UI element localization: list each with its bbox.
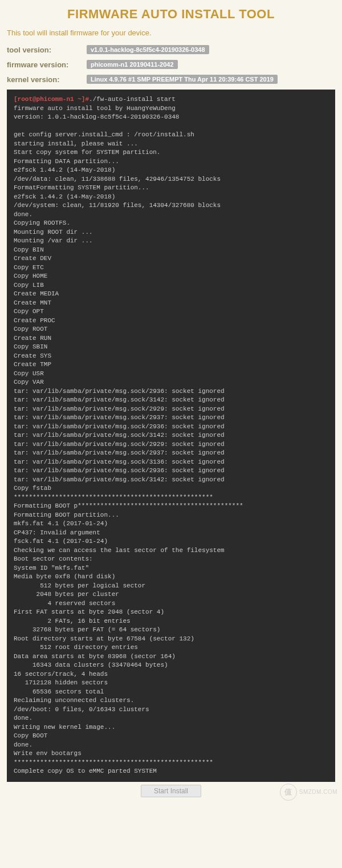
terminal-cmd: ./fw-auto-install start bbox=[89, 96, 176, 103]
start-install-button[interactable]: Start Install bbox=[141, 785, 201, 797]
page-title: FIRMWARE AUTO INSTALL TOOL bbox=[7, 7, 335, 22]
terminal-prompt: [root@phicomm-n1 ~]# bbox=[14, 96, 89, 103]
firmware-version-label: firmware version: bbox=[7, 60, 81, 69]
tool-version-label: tool version: bbox=[7, 46, 81, 54]
firmware-version-value: phicomm-n1 20190411-2042 bbox=[87, 60, 178, 69]
terminal-body: firmware auto install tool by HuangYeWuD… bbox=[14, 105, 243, 775]
footer: Start Install bbox=[7, 782, 335, 797]
terminal-output: [root@phicomm-n1 ~]#./fw-auto-install st… bbox=[7, 90, 335, 782]
kernel-version-row: kernel version: Linux 4.9.76 #1 SMP PREE… bbox=[7, 75, 335, 84]
firmware-version-row: firmware version: phicomm-n1 20190411-20… bbox=[7, 60, 335, 69]
tool-version-value: v1.0.1-hacklog-8c5f5c4-20190326-0348 bbox=[87, 45, 209, 54]
tool-version-row: tool version: v1.0.1-hacklog-8c5f5c4-201… bbox=[7, 45, 335, 54]
page-subtitle: This tool will install firmware for your… bbox=[7, 29, 335, 37]
kernel-version-value: Linux 4.9.76 #1 SMP PREEMPT Thu Apr 11 2… bbox=[87, 75, 278, 84]
kernel-version-label: kernel version: bbox=[7, 75, 81, 84]
